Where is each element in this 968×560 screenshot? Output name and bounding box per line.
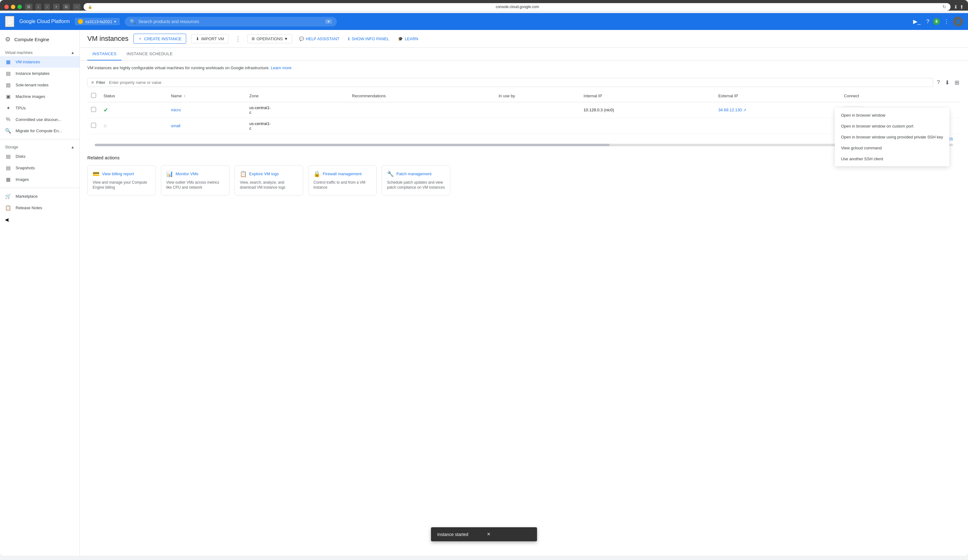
action-card-logs[interactable]: 📋 Explore VM logs View, search, analyze,… <box>235 165 303 196</box>
action-card-patch[interactable]: 🔧 Patch management Schedule patch update… <box>382 165 450 196</box>
action-monitor-title: Monitor VMs <box>176 171 198 176</box>
tpus-icon: ✦ <box>5 105 11 111</box>
notification-badge[interactable]: 8 <box>933 18 940 25</box>
close-window-btn[interactable] <box>4 5 9 9</box>
tab-manager-btn[interactable]: ⊞ <box>25 4 32 10</box>
sort-icon[interactable]: ↑ <box>184 94 186 98</box>
action-logs-title: Explore VM logs <box>249 171 279 176</box>
select-all-checkbox[interactable] <box>91 93 96 98</box>
storage-section-collapse-icon[interactable]: ▲ <box>71 145 75 149</box>
sidebar-item-machine-images[interactable]: ▣ Machine images <box>0 91 80 102</box>
zone-cell-1: us-central1-c <box>246 118 348 134</box>
sidebar-item-marketplace[interactable]: 🛒 Marketplace <box>0 191 80 202</box>
vm-section-collapse-icon[interactable]: ▲ <box>71 51 75 55</box>
new-tab-btn[interactable]: + <box>53 4 60 10</box>
sidebar-item-tpus[interactable]: ✦ TPUs <box>0 102 80 114</box>
downloads-btn[interactable]: ⬇ <box>954 4 958 10</box>
download-btn[interactable]: ⬇ <box>944 78 951 87</box>
dropdown-item-2[interactable]: Open in browser window using provided pr… <box>835 132 949 142</box>
show-info-panel-btn[interactable]: ℹ SHOW INFO PANEL <box>346 35 391 43</box>
action-card-monitor[interactable]: 📊 Monitor VMs View outlier VMs across me… <box>161 165 230 196</box>
share-btn[interactable]: ⬆ <box>960 4 964 10</box>
forward-btn[interactable]: › <box>44 4 50 10</box>
sidebar-collapse-btn[interactable]: ◀| <box>0 214 80 226</box>
images-icon: ▦ <box>5 176 11 182</box>
learn-icon: 🎓 <box>398 36 403 41</box>
status-icon-stopped: ○ <box>104 123 107 129</box>
ops-icon: ⚙ <box>251 36 255 41</box>
project-selector[interactable]: cs3113-fa2021 ▼ <box>75 18 120 25</box>
dropdown-item-3[interactable]: View gcloud command <box>835 142 949 153</box>
sidebar-item-disks[interactable]: ▤ Disks <box>0 151 80 162</box>
search-bar[interactable]: 🔍 Search products and resources ▼ <box>125 17 337 27</box>
cloud-shell-btn[interactable]: ▶_ <box>911 16 922 27</box>
reload-btn[interactable]: ↻ <box>942 4 946 9</box>
zone-cell-0: us-central1-c <box>246 102 348 118</box>
scrollbar-track[interactable] <box>95 144 953 146</box>
more-actions-btn[interactable]: ⋮ <box>234 34 242 44</box>
maximize-window-btn[interactable] <box>17 5 22 9</box>
row-checkbox-1[interactable] <box>91 123 96 128</box>
learn-more-link[interactable]: Learn more <box>271 65 291 70</box>
sidebar-item-migrate[interactable]: 🔍 Migrate for Compute En... <box>0 125 80 137</box>
address-bar[interactable]: 🔒 console.cloud.google.com ↻ <box>84 3 951 11</box>
navbar-actions: ▶_ ? 8 ⋮ 👤 <box>911 16 963 27</box>
avatar[interactable]: 👤 <box>953 17 963 27</box>
create-instance-btn[interactable]: ＋ CREATE INSTANCE <box>133 34 186 44</box>
action-billing-desc: View and manage your Compute Engine bill… <box>93 180 151 191</box>
instance-name-link-0[interactable]: micro <box>171 108 181 112</box>
settings-btn[interactable]: ⋮ <box>942 16 951 27</box>
description-text: VM instances are highly configurable vir… <box>80 60 968 75</box>
help-btn[interactable]: ? <box>924 17 931 27</box>
copy-tab-btn[interactable]: ⧉ <box>63 4 70 10</box>
dropdown-item-4[interactable]: Use another SSH client <box>835 153 949 164</box>
action-card-billing[interactable]: 💳 View billing report View and manage yo… <box>87 165 156 196</box>
actions-grid: 💳 View billing report View and manage yo… <box>87 165 961 196</box>
sidebar-item-release-notes[interactable]: 📋 Release Notes <box>0 202 80 214</box>
learn-btn[interactable]: 🎓 LEARN <box>396 35 420 43</box>
col-recommendations: Recommendations <box>348 90 495 102</box>
toast-message: Instance started <box>437 532 468 537</box>
col-connect: Connect <box>840 90 961 102</box>
external-ip-link-0[interactable]: 34.69.12.130 <box>718 108 742 112</box>
sidebar-item-label-instance-templates: Instance templates <box>16 71 50 76</box>
status-icon-running: ✔ <box>104 107 108 113</box>
col-in-use-by: In use by <box>495 90 580 102</box>
tab-instance-schedule[interactable]: INSTANCE SCHEDULE <box>122 48 178 60</box>
row-checkbox-0[interactable] <box>91 107 96 112</box>
sidebar-item-vm-instances[interactable]: ▦ VM instances <box>0 56 80 68</box>
action-card-firewall[interactable]: 🔒 Firewall management Control traffic to… <box>308 165 377 196</box>
toast-close-btn[interactable]: × <box>487 531 491 538</box>
internal-ip-cell-0: 10.128.0.3 (nic0) <box>580 102 714 118</box>
import-vm-btn[interactable]: ⬇ IMPORT VM <box>191 34 229 43</box>
columns-btn[interactable]: ⊞ <box>953 78 961 87</box>
scrollbar-thumb[interactable] <box>95 144 610 146</box>
dropdown-item-0[interactable]: Open in browser window <box>835 110 949 121</box>
operations-btn[interactable]: ⚙ OPERATIONS ▼ <box>247 34 292 43</box>
sidebar-item-label-images: Images <box>16 177 29 182</box>
sidebar-item-snapshots[interactable]: ▤ Snapshots <box>0 162 80 174</box>
instance-name-link-1[interactable]: small <box>171 123 180 128</box>
vm-instances-icon: ▦ <box>5 59 11 65</box>
tab-instances[interactable]: INSTANCES <box>87 48 122 60</box>
storage-section-text: Storage <box>5 145 18 149</box>
help-assistant-btn[interactable]: 💬 HELP ASSISTANT <box>297 35 341 43</box>
help-toolbar-btn[interactable]: ? <box>936 78 941 87</box>
action-firewall-title: Firewall management <box>323 171 361 176</box>
dropdown-item-1[interactable]: Open in browser window on custom port <box>835 121 949 132</box>
sidebar-service-title: Compute Engine <box>14 37 49 42</box>
sidebar-item-instance-templates[interactable]: ▤ Instance templates <box>0 68 80 79</box>
sidebar-item-sole-tenant-nodes[interactable]: ▨ Sole-tenant nodes <box>0 79 80 91</box>
browser-menu-btn[interactable]: ··· <box>73 4 80 10</box>
hamburger-menu-btn[interactable]: ☰ <box>5 16 14 27</box>
action-monitor-desc: View outlier VMs across metrics like CPU… <box>166 180 224 191</box>
internal-ip-cell-1 <box>580 118 714 134</box>
sidebar-item-label-snapshots: Snapshots <box>16 166 35 170</box>
info-icon: ℹ <box>348 36 350 41</box>
sidebar-item-committed-use[interactable]: % Committed use discoun... <box>0 114 80 125</box>
sidebar-item-images[interactable]: ▦ Images <box>0 174 80 185</box>
filter-input[interactable] <box>109 80 929 85</box>
back-btn[interactable]: ‹ <box>36 4 41 10</box>
brand-name: Google Cloud Platform <box>19 19 70 24</box>
minimize-window-btn[interactable] <box>11 5 15 9</box>
